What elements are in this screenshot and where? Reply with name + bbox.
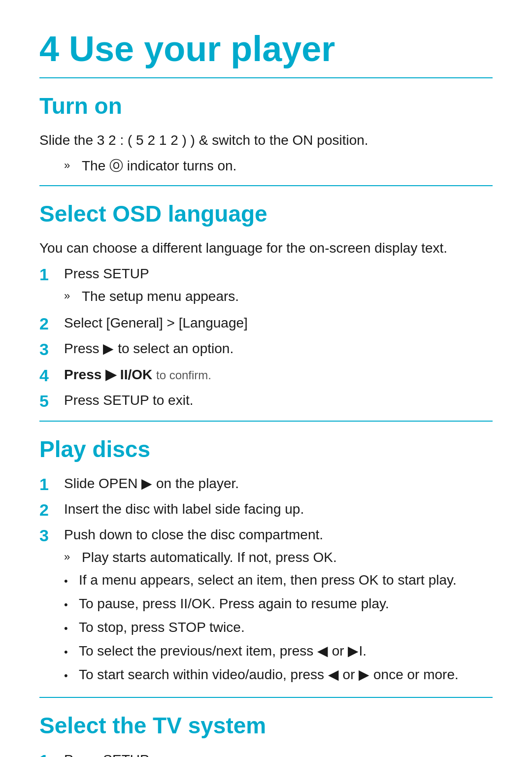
slide-text: Slide the 3 2 : ( 5 2 1 2 ) ) & switch t…: [39, 130, 493, 151]
dot-icon-2: •: [64, 596, 79, 613]
play-bullet-3: • To stop, press STOP twice.: [64, 617, 493, 638]
osd-steps: 1 Press SETUP » The setup menu appears. …: [39, 263, 493, 412]
chevron-right-icon: »: [64, 157, 82, 173]
heading-play-discs: Play discs: [39, 432, 493, 466]
play-step-2-text: Insert the disc with label side facing u…: [64, 499, 493, 520]
quote-icon-1: »: [64, 288, 82, 304]
play-step-3: 3 Push down to close the disc compartmen…: [39, 525, 493, 688]
play-num-2: 2: [39, 499, 64, 521]
section-turn-on: Turn on Slide the 3 2 : ( 5 2 1 2 ) ) & …: [39, 89, 493, 176]
dot-icon-3: •: [64, 620, 79, 636]
play-bullet-1: • If a menu appears, select an item, the…: [64, 570, 493, 591]
dot-icon-5: •: [64, 667, 79, 684]
tv-step-1-content: Press SETUP » The setup menu appears.: [64, 750, 493, 757]
osd-step-1-text: Press SETUP » The setup menu appears.: [64, 263, 493, 309]
section-osd: Select OSD language You can choose a dif…: [39, 197, 493, 412]
play-bullet-2: • To pause, press II/OK. Press again to …: [64, 593, 493, 614]
tv-num-1: 1: [39, 750, 64, 757]
step-num-5: 5: [39, 390, 64, 412]
indicator-bullet: » The ⓞ indicator turns on.: [64, 156, 493, 176]
osd-step-5-text: Press SETUP to exit.: [64, 390, 493, 411]
step-num-3: 3: [39, 338, 64, 360]
play-step-1: 1 Slide OPEN ▶ on the player.: [39, 473, 493, 495]
play-steps: 1 Slide OPEN ▶ on the player. 2 Insert t…: [39, 473, 493, 688]
play-step-3-sub: » Play starts automatically. If not, pre…: [64, 547, 493, 568]
step-num-2: 2: [39, 313, 64, 334]
osd-step-4-text: Press ▶ II/OK to confirm.: [64, 364, 493, 385]
osd-step-1-sub: » The setup menu appears.: [64, 286, 493, 307]
osd-step-4: 4 Press ▶ II/OK to confirm.: [39, 364, 493, 386]
step-num-1: 1: [39, 263, 64, 285]
play-num-3: 3: [39, 525, 64, 546]
osd-step-2: 2 Select [General] > [Language]: [39, 313, 493, 334]
play-bullet-5: • To start search within video/audio, pr…: [64, 664, 493, 685]
section-play-discs: Play discs 1 Slide OPEN ▶ on the player.…: [39, 432, 493, 688]
divider-tv: [39, 697, 493, 698]
divider-turn-on: [39, 77, 493, 78]
step-num-4: 4: [39, 364, 64, 386]
heading-osd: Select OSD language: [39, 197, 493, 231]
osd-step-2-text: Select [General] > [Language]: [64, 313, 493, 333]
section-tv: Select the TV system 1 Press SETUP » The…: [39, 709, 493, 757]
divider-play: [39, 421, 493, 422]
divider-osd: [39, 185, 493, 186]
heading-turn-on: Turn on: [39, 89, 493, 123]
osd-intro: You can choose a different language for …: [39, 238, 493, 259]
tv-steps: 1 Press SETUP » The setup menu appears. …: [39, 750, 493, 757]
osd-step-3: 3 Press ▶ to select an option.: [39, 338, 493, 360]
tv-step-1: 1 Press SETUP » The setup menu appears.: [39, 750, 493, 757]
dot-icon-4: •: [64, 644, 79, 660]
dot-icon-1: •: [64, 573, 79, 589]
page-title: 4 Use your player: [39, 30, 493, 68]
play-step-3-content: Push down to close the disc compartment.…: [64, 525, 493, 688]
play-step-2: 2 Insert the disc with label side facing…: [39, 499, 493, 521]
play-step-1-text: Slide OPEN ▶ on the player.: [64, 473, 493, 494]
play-bullet-4: • To select the previous/next item, pres…: [64, 641, 493, 661]
quote-icon-2: »: [64, 549, 82, 565]
heading-tv: Select the TV system: [39, 709, 493, 743]
osd-step-5: 5 Press SETUP to exit.: [39, 390, 493, 412]
osd-step-1: 1 Press SETUP » The setup menu appears.: [39, 263, 493, 309]
indicator-text: The ⓞ indicator turns on.: [82, 156, 493, 176]
osd-step-3-text: Press ▶ to select an option.: [64, 338, 493, 359]
play-num-1: 1: [39, 473, 64, 495]
